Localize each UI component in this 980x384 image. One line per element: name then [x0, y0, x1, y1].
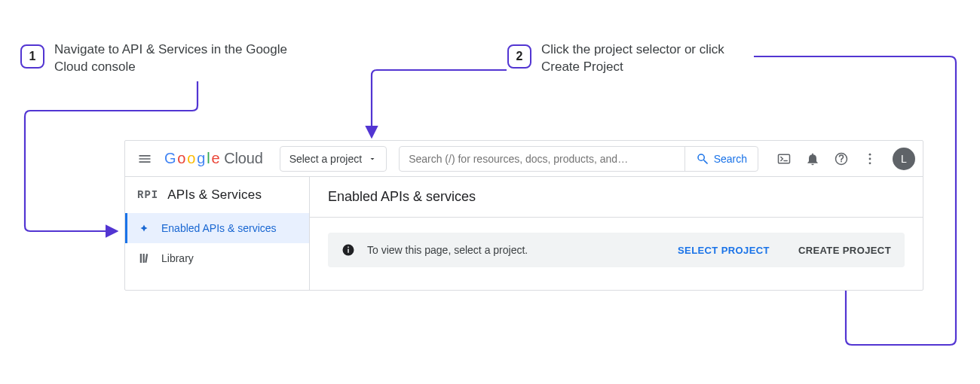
library-icon	[137, 251, 151, 265]
svg-rect-6	[348, 249, 349, 253]
enabled-apis-icon	[137, 221, 151, 235]
sidebar-item-label: Library	[161, 252, 194, 264]
svg-point-4	[869, 162, 871, 164]
info-icon	[341, 243, 355, 257]
search-input[interactable]	[400, 147, 684, 171]
svg-point-2	[869, 153, 871, 155]
select-project-button[interactable]: SELECT PROJECT	[678, 245, 770, 256]
cloud-shell-icon[interactable]	[775, 150, 793, 168]
brand-cloud-label: Cloud	[224, 150, 262, 167]
api-glyph-icon: RPI	[137, 189, 158, 201]
avatar[interactable]: L	[893, 148, 915, 170]
sidebar-item-enabled-apis[interactable]: Enabled APIs & services	[125, 213, 309, 243]
sidebar-title: RPI APIs & Services	[125, 177, 309, 213]
sidebar-item-library[interactable]: Library	[125, 243, 309, 273]
search-icon	[696, 152, 709, 166]
console-topbar: Google Cloud Select a project Search	[125, 141, 923, 177]
svg-rect-0	[779, 154, 790, 163]
sidebar-item-label: Enabled APIs & services	[161, 222, 277, 234]
notifications-icon[interactable]	[804, 150, 822, 168]
step-2-text: Click the project selector or click Crea…	[541, 41, 752, 76]
step-2-badge: 2	[507, 44, 531, 69]
console-body: RPI APIs & Services Enabled APIs & servi…	[125, 177, 923, 290]
project-selector-label: Select a project	[289, 153, 363, 165]
create-project-button[interactable]: CREATE PROJECT	[798, 245, 891, 256]
top-icons: L	[775, 148, 915, 170]
page-title: Enabled APIs & services	[310, 177, 923, 218]
sidebar-section-label: APIs & Services	[167, 187, 262, 203]
caret-down-icon	[368, 154, 377, 163]
select-project-notice: To view this page, select a project. SEL…	[328, 233, 905, 267]
step-1-badge: 1	[20, 44, 44, 69]
search-button-label: Search	[714, 153, 747, 165]
gcloud-console-window: Google Cloud Select a project Search	[124, 140, 923, 291]
more-icon[interactable]	[861, 150, 879, 168]
hamburger-icon[interactable]	[136, 150, 154, 168]
search-box[interactable]: Search	[399, 146, 758, 172]
search-button[interactable]: Search	[684, 147, 758, 171]
sidebar: RPI APIs & Services Enabled APIs & servi…	[125, 177, 310, 290]
notice-text: To view this page, select a project.	[367, 244, 666, 256]
svg-rect-7	[348, 247, 349, 248]
brand-logo[interactable]: Google Cloud	[164, 150, 263, 167]
main-panel: Enabled APIs & services To view this pag…	[310, 177, 923, 290]
project-selector-button[interactable]: Select a project	[280, 146, 387, 172]
svg-point-3	[869, 157, 871, 160]
step-1-text: Navigate to API & Services in the Google…	[54, 41, 296, 76]
help-icon[interactable]	[832, 150, 850, 168]
